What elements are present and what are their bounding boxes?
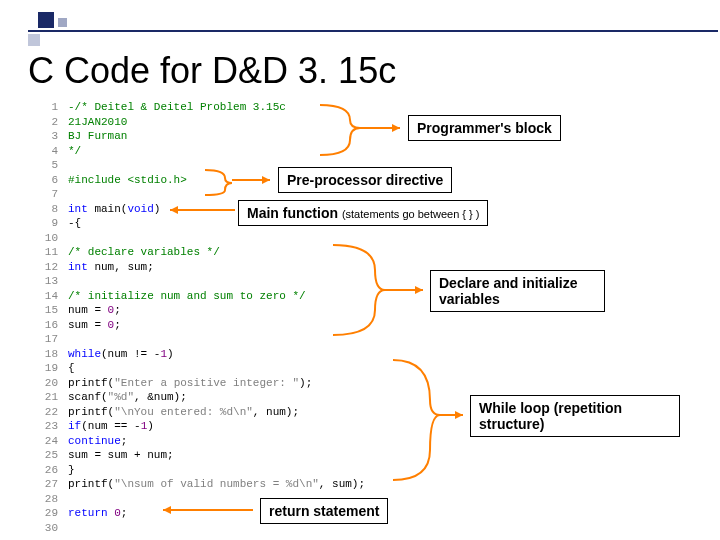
code-line: 2 21JAN2010: [40, 115, 365, 130]
code-line: 1-/* Deitel & Deitel Problem 3.15c: [40, 100, 365, 115]
code-line: 13: [40, 274, 365, 289]
label-main-sub: (statements go between { } ): [342, 208, 480, 220]
code-line: 14 /* initialize num and sum to zero */: [40, 289, 365, 304]
code-line: 4*/: [40, 144, 365, 159]
slide-title: C Code for D&D 3. 15c: [28, 50, 396, 92]
svg-marker-1: [392, 124, 400, 132]
code-line: 10: [40, 231, 365, 246]
code-line: 3 BJ Furman: [40, 129, 365, 144]
label-while-loop: While loop (repetition structure): [470, 395, 680, 437]
code-line: 27 printf("\nsum of valid numbers = %d\n…: [40, 477, 365, 492]
code-line: 19 {: [40, 361, 365, 376]
code-line: 20 printf("Enter a positive integer: ");: [40, 376, 365, 391]
slide-decoration: [28, 12, 88, 48]
code-line: 24 continue;: [40, 434, 365, 449]
code-line: 18 while(num != -1): [40, 347, 365, 362]
code-line: 23 if(num == -1): [40, 419, 365, 434]
code-line: 12 int num, sum;: [40, 260, 365, 275]
label-main-text: Main function: [247, 205, 338, 221]
svg-marker-7: [415, 286, 423, 294]
label-programmer-block: Programmer's block: [408, 115, 561, 141]
code-line: 17: [40, 332, 365, 347]
code-line: 16 sum = 0;: [40, 318, 365, 333]
label-return: return statement: [260, 498, 388, 524]
code-line: 21 scanf("%d", &num);: [40, 390, 365, 405]
svg-marker-9: [455, 411, 463, 419]
label-preprocessor: Pre-processor directive: [278, 167, 452, 193]
label-declare: Declare and initialize variables: [430, 270, 605, 312]
label-main-function: Main function (statements go between { }…: [238, 200, 488, 226]
code-line: 25 sum = sum + num;: [40, 448, 365, 463]
code-block: 1-/* Deitel & Deitel Problem 3.15c2 21JA…: [40, 100, 365, 535]
code-line: 11 /* declare variables */: [40, 245, 365, 260]
code-line: 22 printf("\nYou entered: %d\n", num);: [40, 405, 365, 420]
code-line: 26 }: [40, 463, 365, 478]
code-line: 15 num = 0;: [40, 303, 365, 318]
